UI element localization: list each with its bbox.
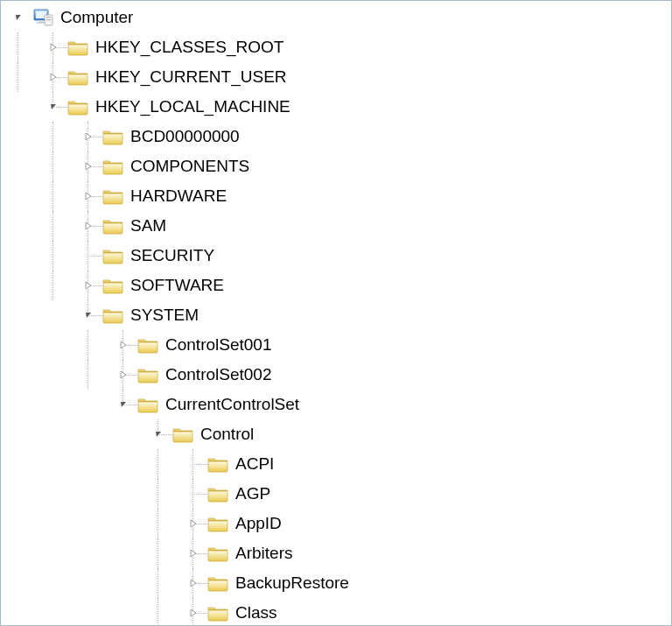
tree-item-label: Arbiters [235, 538, 292, 568]
expand-toggle-hkey-current-user[interactable] [46, 70, 60, 84]
expand-toggle-computer[interactable] [11, 11, 25, 25]
tree-item-currentcontrolset[interactable]: CurrentControlSet [1, 390, 671, 419]
tree-item-label: ControlSet002 [165, 360, 271, 390]
expand-toggle-controlset002[interactable] [116, 368, 130, 382]
tree-item-control[interactable]: Control [1, 419, 671, 449]
tree-item-bcd00000000[interactable]: BCD00000000 [1, 122, 671, 151]
expand-toggle-hkey-local-machine[interactable] [46, 100, 60, 114]
expand-toggle-software[interactable] [81, 278, 95, 292]
expand-toggle-components[interactable] [81, 159, 95, 173]
tree-item-hkey-local-machine[interactable]: HKEY_LOCAL_MACHINE [1, 92, 671, 122]
tree-item-label: SOFTWARE [130, 271, 224, 300]
tree-item-hardware[interactable]: HARDWARE [1, 181, 671, 211]
tree-item-controlset002[interactable]: ControlSet002 [1, 360, 671, 390]
tree-item-label: SYSTEM [130, 300, 199, 330]
tree-item-label: Class [235, 598, 277, 626]
expand-toggle-class[interactable] [186, 606, 200, 620]
tree-item-label: AppID [235, 509, 282, 538]
tree-item-label: ACPI [235, 449, 274, 479]
expand-toggle-control[interactable] [151, 427, 165, 441]
expand-toggle-hkey-classes-root[interactable] [46, 40, 60, 54]
tree-item-sam[interactable]: SAM [1, 211, 671, 241]
expand-toggle-bcd00000000[interactable] [81, 130, 95, 144]
registry-tree[interactable]: ComputerHKEY_CLASSES_ROOTHKEY_CURRENT_US… [1, 1, 671, 626]
tree-item-agp[interactable]: AGP [1, 479, 671, 509]
tree-item-class[interactable]: Class [1, 598, 671, 626]
tree-item-label: ControlSet001 [165, 330, 271, 360]
tree-item-label: HARDWARE [130, 181, 227, 211]
tree-item-hkey-current-user[interactable]: HKEY_CURRENT_USER [1, 62, 671, 92]
expand-toggle-appid[interactable] [186, 517, 200, 531]
tree-item-label: SAM [130, 211, 166, 241]
tree-item-label: HKEY_CURRENT_USER [95, 62, 287, 92]
tree-item-label: COMPONENTS [130, 151, 249, 181]
tree-item-software[interactable]: SOFTWARE [1, 271, 671, 300]
tree-item-backuprestore[interactable]: BackupRestore [1, 568, 671, 598]
expand-toggle-hardware[interactable] [81, 189, 95, 203]
tree-item-computer[interactable]: Computer [1, 3, 671, 32]
expand-toggle-sam[interactable] [81, 219, 95, 233]
tree-item-label: AGP [235, 479, 270, 509]
tree-item-hkey-classes-root[interactable]: HKEY_CLASSES_ROOT [1, 32, 671, 62]
tree-item-controlset001[interactable]: ControlSet001 [1, 330, 671, 360]
tree-item-arbiters[interactable]: Arbiters [1, 538, 671, 568]
tree-item-label: SECURITY [130, 241, 214, 271]
expand-toggle-arbiters[interactable] [186, 546, 200, 560]
tree-item-label: Computer [60, 3, 133, 32]
tree-item-label: HKEY_CLASSES_ROOT [95, 32, 284, 62]
tree-item-label: BackupRestore [235, 568, 349, 598]
tree-item-appid[interactable]: AppID [1, 509, 671, 538]
tree-item-components[interactable]: COMPONENTS [1, 151, 671, 181]
expand-toggle-system[interactable] [81, 308, 95, 322]
tree-item-label: Control [200, 419, 254, 449]
tree-item-label: BCD00000000 [130, 122, 240, 151]
expand-toggle-currentcontrolset[interactable] [116, 397, 130, 411]
tree-item-label: CurrentControlSet [165, 390, 299, 419]
tree-item-system[interactable]: SYSTEM [1, 300, 671, 330]
tree-item-acpi[interactable]: ACPI [1, 449, 671, 479]
tree-item-label: HKEY_LOCAL_MACHINE [95, 92, 290, 122]
registry-tree-panel: { "root": { "label": "Computer", "icon":… [0, 0, 672, 626]
expand-toggle-backuprestore[interactable] [186, 576, 200, 590]
tree-item-security[interactable]: SECURITY [1, 241, 671, 271]
expand-toggle-controlset001[interactable] [116, 338, 130, 352]
